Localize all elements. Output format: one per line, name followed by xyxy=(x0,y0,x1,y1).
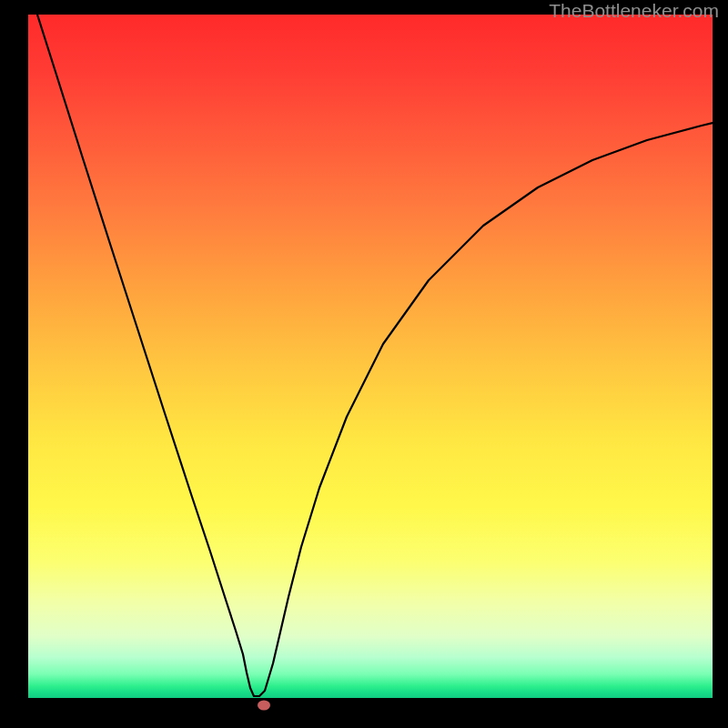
plot-area xyxy=(28,15,713,698)
watermark-text: TheBottleneker.com xyxy=(549,0,719,22)
optimal-point-marker xyxy=(258,701,270,711)
chart-frame: TheBottleneker.com xyxy=(0,0,728,728)
